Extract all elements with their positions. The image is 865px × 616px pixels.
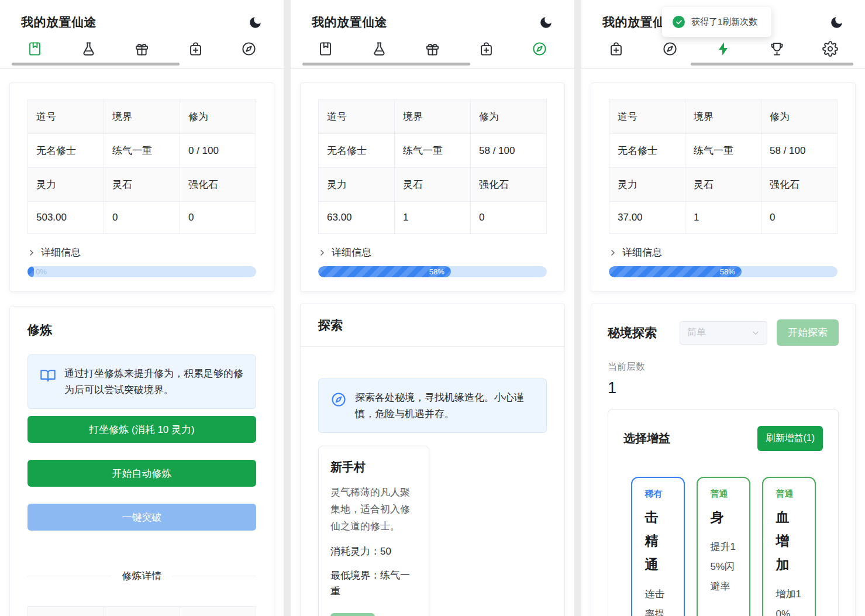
compass-icon (532, 41, 547, 57)
stats-header-cell: 道号 (609, 100, 685, 134)
dark-mode-toggle[interactable] (248, 15, 263, 30)
stats-header-cell: 修为 (471, 100, 547, 134)
tab-scrollbar (291, 63, 574, 66)
buff-selection-card: 选择增益 刷新增益(1) 稀有 击精通 连击率提升 普通 身 提升15%闪避率 … (608, 409, 839, 616)
stats-header-cell: 强化石 (471, 168, 547, 202)
explore-info-box: 探索各处秘境，寻找机缘造化。小心谨慎，危险与机遇并存。 (318, 378, 547, 433)
stats-header-cell: 灵力 (609, 168, 685, 202)
details-label: 详细信息 (622, 246, 662, 259)
tab-flask[interactable] (80, 40, 98, 58)
breakthrough-button[interactable]: 一键突破 (27, 504, 256, 531)
flask-icon (81, 41, 97, 57)
buff-rarity-badge: 稀有 (645, 488, 671, 500)
tab-medkit[interactable] (477, 40, 495, 58)
buff-card-row: 稀有 击精通 连击率提升 普通 身 提升15%闪避率 普通 血增加 增加10% (623, 477, 823, 616)
tab-bar (0, 40, 284, 58)
section-title: 修炼 (27, 322, 256, 338)
progress-fill (27, 266, 34, 277)
buff-card-common[interactable]: 普通 身 提升15%闪避率 (697, 477, 750, 616)
tab-scrollbar-thumb[interactable] (691, 63, 853, 66)
stats-value-cell: 练气一重 (685, 134, 761, 168)
tab-bar (581, 40, 865, 58)
buff-card-rare[interactable]: 稀有 击精通 连击率提升 (631, 477, 685, 616)
chevron-right-icon (27, 249, 36, 257)
gift-icon (134, 41, 150, 57)
detail-header-cell (28, 607, 104, 616)
moon-icon (248, 15, 263, 30)
meditate-button[interactable]: 打坐修炼 (消耗 10 灵力) (27, 416, 256, 443)
stats-header-cell: 修为 (761, 100, 838, 134)
gift-icon (425, 41, 440, 57)
tab-lightning[interactable] (714, 40, 732, 58)
game-panel-explore: 我的放置仙途 道号 境界 修为 无名修士 练气一重 58 / 100 灵力 (291, 0, 574, 616)
journal-icon (27, 41, 43, 57)
auto-cultivate-button[interactable]: 开始自动修炼 (27, 460, 256, 487)
explore-card-header: 探索 (301, 304, 564, 347)
journal-icon (318, 41, 333, 57)
tab-journal[interactable] (26, 40, 44, 58)
stats-header-cell: 灵力 (319, 168, 395, 202)
explore-card: 探索 探索各处秘境，寻找机缘造化。小心谨慎，危险与机遇并存。 新手村 灵气稀薄的… (300, 304, 565, 616)
tab-compass[interactable] (240, 40, 258, 58)
book-open-icon (40, 367, 56, 384)
stats-value-cell: 0 (180, 202, 256, 234)
tab-scrollbar-thumb[interactable] (12, 63, 180, 66)
stats-value-cell: 58 / 100 (471, 134, 547, 168)
tab-scrollbar-thumb[interactable] (302, 63, 470, 66)
tab-journal[interactable] (316, 40, 335, 58)
stats-header-cell: 境界 (104, 100, 180, 134)
stats-header-cell: 灵石 (395, 168, 471, 202)
current-floor-value: 1 (608, 379, 839, 397)
chevron-right-icon (318, 249, 326, 257)
secret-realm-header: 秘境探索 简单 开始探索 (608, 319, 839, 346)
dark-mode-toggle[interactable] (829, 15, 844, 30)
stats-value-cell: 练气一重 (104, 134, 180, 168)
start-explore-button[interactable]: 开始探索 (777, 319, 839, 346)
buff-selection-header: 选择增益 刷新增益(1) (623, 426, 823, 451)
stats-header-cell: 强化石 (761, 168, 838, 202)
compass-icon (662, 41, 678, 57)
tab-flask[interactable] (370, 40, 388, 58)
details-expander[interactable]: 详细信息 (609, 246, 662, 259)
stats-value-cell: 0 / 100 (180, 134, 256, 168)
tab-gift[interactable] (423, 40, 442, 58)
tab-compass[interactable] (530, 40, 549, 58)
buff-selection-title: 选择增益 (623, 431, 670, 446)
buff-description: 增加10% (776, 584, 802, 616)
difficulty-select[interactable]: 简单 (680, 321, 767, 345)
tab-medkit[interactable] (187, 40, 205, 58)
stats-value-cell: 37.00 (609, 202, 685, 234)
tab-compass[interactable] (661, 40, 679, 58)
refresh-buffs-button[interactable]: 刷新增益(1) (757, 426, 823, 451)
details-expander[interactable]: 详细信息 (318, 246, 371, 259)
stats-value-cell: 63.00 (319, 202, 395, 234)
explore-button[interactable]: 探索 (330, 613, 375, 616)
cultivation-detail-table (27, 606, 256, 616)
stats-value-cell: 503.00 (28, 202, 104, 234)
location-cost: 消耗灵力：50 (330, 543, 417, 559)
buff-title: 击精通 (645, 505, 671, 576)
buff-card-common[interactable]: 普通 血增加 增加10% (762, 477, 816, 616)
explore-info-text: 探索各处秘境，寻找机缘造化。小心谨慎，危险与机遇并存。 (355, 390, 535, 422)
details-label: 详细信息 (41, 246, 81, 259)
details-expander[interactable]: 详细信息 (27, 246, 81, 259)
buff-description: 提升15%闪避率 (711, 537, 736, 597)
stats-table: 道号 境界 修为 无名修士 练气一重 58 / 100 灵力 灵石 强化石 63… (318, 99, 547, 234)
game-panel-secret-realm: 获得了1刷新次数 我的放置仙途 道号 境界 修为 无名修士 练气一重 58 / … (581, 0, 865, 616)
tab-medkit[interactable] (607, 40, 625, 58)
buff-title: 血增加 (776, 505, 802, 576)
check-circle-icon (673, 16, 685, 28)
detail-header-cell (104, 607, 180, 616)
stats-value-cell: 无名修士 (319, 134, 395, 168)
stats-header-cell: 强化石 (180, 168, 256, 202)
tab-trophy[interactable] (768, 40, 786, 58)
progress-label: 58% (429, 267, 444, 276)
current-floor-label: 当前层数 (608, 361, 839, 373)
character-stats-card: 道号 境界 修为 无名修士 练气一重 58 / 100 灵力 灵石 强化石 63… (300, 82, 565, 292)
tab-bar (291, 40, 574, 58)
chevron-right-icon (609, 249, 617, 257)
tab-gear[interactable] (821, 40, 839, 58)
dark-mode-toggle[interactable] (539, 15, 553, 30)
stats-value-cell: 无名修士 (28, 134, 104, 168)
tab-gift[interactable] (133, 40, 151, 58)
